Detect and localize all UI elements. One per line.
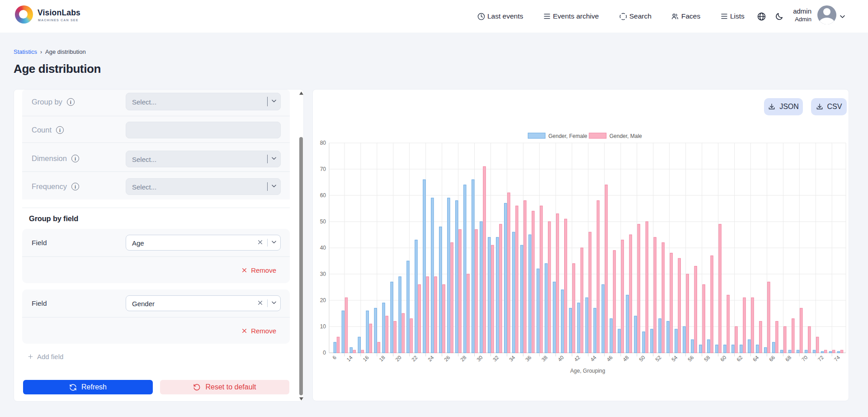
svg-text:20: 20	[320, 297, 326, 303]
svg-text:80: 80	[320, 140, 326, 146]
svg-text:52: 52	[654, 355, 662, 363]
svg-text:48: 48	[622, 355, 630, 363]
svg-text:68: 68	[784, 355, 793, 363]
svg-text:60: 60	[719, 355, 727, 363]
svg-text:22: 22	[410, 355, 419, 363]
svg-text:70: 70	[801, 355, 809, 363]
svg-text:50: 50	[320, 218, 326, 225]
svg-text:16: 16	[362, 355, 370, 363]
svg-text:38: 38	[541, 355, 549, 363]
svg-text:30: 30	[476, 355, 484, 363]
svg-text:20: 20	[394, 355, 402, 363]
svg-text:6: 6	[331, 355, 337, 360]
svg-text:40: 40	[320, 245, 326, 251]
svg-text:26: 26	[443, 355, 451, 363]
svg-text:64: 64	[752, 355, 760, 363]
svg-text:72: 72	[817, 355, 825, 363]
svg-text:46: 46	[606, 355, 614, 363]
svg-text:70: 70	[320, 166, 326, 172]
svg-text:58: 58	[703, 355, 711, 363]
svg-text:24: 24	[427, 355, 435, 363]
svg-text:30: 30	[320, 271, 326, 277]
svg-text:14: 14	[345, 355, 354, 363]
svg-text:40: 40	[557, 355, 565, 363]
svg-text:18: 18	[378, 355, 386, 363]
svg-text:66: 66	[768, 355, 776, 363]
svg-text:Gender, Male: Gender, Male	[609, 133, 642, 139]
svg-text:0: 0	[323, 350, 326, 356]
svg-text:Gender, Female: Gender, Female	[548, 133, 587, 139]
svg-text:42: 42	[573, 355, 581, 363]
svg-text:36: 36	[524, 355, 533, 363]
svg-text:60: 60	[320, 192, 326, 199]
svg-text:54: 54	[670, 355, 679, 363]
svg-text:10: 10	[320, 323, 326, 330]
svg-text:56: 56	[687, 355, 695, 363]
svg-text:50: 50	[638, 355, 646, 363]
svg-text:34: 34	[508, 355, 516, 363]
svg-text:28: 28	[459, 355, 467, 363]
svg-text:32: 32	[492, 355, 500, 363]
svg-text:74: 74	[833, 355, 841, 363]
svg-text:44: 44	[590, 355, 598, 363]
svg-text:Age, Grouping: Age, Grouping	[570, 368, 605, 374]
svg-text:62: 62	[736, 355, 744, 363]
